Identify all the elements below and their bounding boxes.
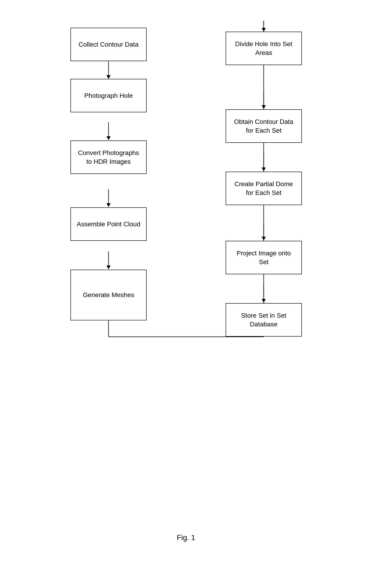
svg-marker-1 <box>107 75 111 79</box>
box-generate-meshes: Generate Meshes <box>70 270 147 320</box>
connector-svg <box>0 0 372 588</box>
svg-marker-3 <box>107 136 111 140</box>
box-divide-hole: Divide Hole Into Set Areas <box>226 32 302 65</box>
box-assemble-point-cloud: Assemble Point Cloud <box>70 207 147 241</box>
box-store-set: Store Set in Set Database <box>226 303 302 336</box>
svg-marker-12 <box>262 28 266 32</box>
box-convert-photographs: Convert Photographs to HDR Images <box>70 140 147 174</box>
svg-marker-7 <box>107 265 111 269</box>
box-photograph-hole: Photograph Hole <box>70 79 147 112</box>
box-create-partial-dome: Create Partial Dome for Each Set <box>226 172 302 205</box>
box-project-image: Project Image onto Set <box>226 241 302 274</box>
svg-marker-16 <box>262 168 266 171</box>
svg-marker-18 <box>262 237 266 240</box>
svg-marker-20 <box>262 299 266 303</box>
figure-label: Fig. 1 <box>177 533 195 542</box>
svg-marker-5 <box>107 203 111 207</box>
diagram-container: Collect Contour Data Photograph Hole Con… <box>0 0 372 588</box>
box-collect-contour: Collect Contour Data <box>70 28 147 61</box>
box-obtain-contour: Obtain Contour Data for Each Set <box>226 109 302 143</box>
svg-marker-14 <box>262 105 266 109</box>
